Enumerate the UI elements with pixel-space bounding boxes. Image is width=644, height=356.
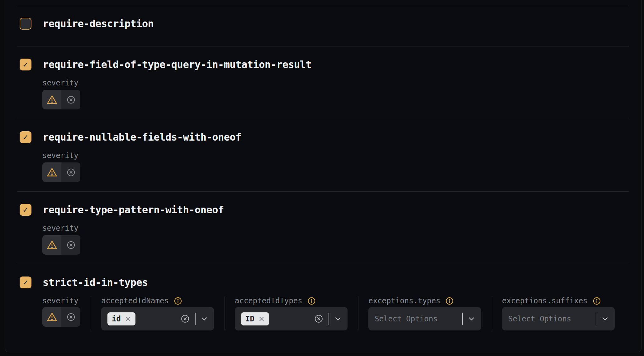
rule-require-nullable-fields-with-oneof: ✓ require-nullable-fields-with-oneof sev… bbox=[17, 119, 629, 191]
warning-icon bbox=[47, 240, 57, 250]
rule-strict-id-in-types: ✓ strict-id-in-types severity bbox=[17, 264, 629, 352]
remove-tag-icon[interactable] bbox=[125, 316, 131, 322]
severity-warn-button[interactable] bbox=[42, 90, 61, 109]
option-column-exceptions-types: exceptions.types Select Options bbox=[358, 296, 481, 330]
checkmark-icon: ✓ bbox=[23, 60, 28, 69]
rule-name: require-nullable-fields-with-oneof bbox=[43, 131, 241, 143]
clear-all-icon[interactable] bbox=[314, 314, 323, 323]
info-icon[interactable] bbox=[593, 297, 601, 305]
rule-checkbox[interactable]: ✓ bbox=[20, 277, 31, 288]
option-label: acceptedIdNames bbox=[101, 296, 169, 305]
checkmark-icon: ✓ bbox=[23, 278, 28, 286]
severity-warn-button[interactable] bbox=[42, 162, 61, 182]
option-label: acceptedIdTypes bbox=[235, 296, 302, 305]
info-icon[interactable] bbox=[445, 297, 454, 305]
rules-panel: require-description ✓ require-field-of-t… bbox=[5, 0, 642, 352]
exceptions-suffixes-select[interactable]: Select Options bbox=[502, 307, 615, 330]
severity-label: severity bbox=[42, 296, 78, 305]
select-placeholder: Select Options bbox=[375, 315, 438, 323]
info-icon[interactable] bbox=[174, 297, 182, 305]
severity-label: severity bbox=[42, 151, 629, 160]
selected-tag: id bbox=[107, 312, 135, 325]
severity-toggle bbox=[42, 90, 80, 109]
option-column-exceptions-suffixes: exceptions.suffixes Select Options bbox=[492, 296, 615, 330]
select-divider bbox=[596, 313, 596, 325]
option-column-severity: severity bbox=[42, 296, 80, 330]
chevron-down-icon[interactable] bbox=[468, 316, 475, 321]
rule-require-description: require-description bbox=[17, 5, 629, 46]
tag-value: ID bbox=[245, 315, 254, 323]
warning-icon bbox=[47, 95, 57, 104]
severity-label: severity bbox=[42, 79, 629, 87]
chevron-down-icon[interactable] bbox=[334, 316, 341, 321]
option-label: exceptions.suffixes bbox=[502, 296, 588, 305]
acceptedIdTypes-multiselect[interactable]: ID bbox=[235, 307, 348, 330]
rule-checkbox[interactable]: ✓ bbox=[20, 59, 31, 70]
warning-icon bbox=[47, 312, 57, 322]
rule-require-type-pattern-with-oneof: ✓ require-type-pattern-with-oneof severi… bbox=[17, 191, 629, 264]
severity-off-button[interactable] bbox=[61, 90, 80, 109]
severity-toggle bbox=[42, 235, 80, 255]
rule-require-field-of-type-query-in-mutation-result: ✓ require-field-of-type-query-in-mutatio… bbox=[17, 46, 629, 119]
severity-off-button[interactable] bbox=[61, 162, 80, 182]
rule-name: require-description bbox=[43, 18, 154, 30]
remove-tag-icon[interactable] bbox=[258, 316, 265, 322]
severity-warn-button[interactable] bbox=[42, 235, 61, 255]
exceptions-types-select[interactable]: Select Options bbox=[368, 307, 481, 330]
option-column-acceptedIdNames: acceptedIdNames id bbox=[91, 296, 214, 330]
info-icon[interactable] bbox=[307, 297, 316, 305]
severity-off-button[interactable] bbox=[61, 235, 80, 255]
selected-tag: ID bbox=[241, 312, 269, 325]
rule-options-row: severity bbox=[42, 296, 629, 352]
severity-warn-button[interactable] bbox=[42, 307, 61, 327]
select-divider bbox=[195, 313, 196, 325]
tag-value: id bbox=[112, 315, 121, 323]
circle-x-icon bbox=[66, 168, 76, 177]
warning-icon bbox=[47, 167, 57, 177]
select-placeholder: Select Options bbox=[508, 315, 571, 323]
acceptedIdNames-multiselect[interactable]: id bbox=[101, 307, 214, 330]
circle-x-icon bbox=[66, 312, 76, 322]
circle-x-icon bbox=[66, 95, 76, 104]
option-column-acceptedIdTypes: acceptedIdTypes ID bbox=[225, 296, 348, 330]
severity-toggle bbox=[42, 162, 80, 182]
severity-toggle bbox=[42, 307, 80, 327]
rule-name: require-type-pattern-with-oneof bbox=[43, 204, 224, 216]
clear-all-icon[interactable] bbox=[181, 314, 190, 323]
rules-config-page: require-description ✓ require-field-of-t… bbox=[0, 0, 644, 356]
rule-checkbox[interactable] bbox=[20, 18, 31, 30]
rule-name: require-field-of-type-query-in-mutation-… bbox=[43, 59, 311, 70]
checkmark-icon: ✓ bbox=[23, 133, 28, 141]
rule-name: strict-id-in-types bbox=[43, 277, 148, 288]
option-label: exceptions.types bbox=[368, 296, 440, 305]
chevron-down-icon[interactable] bbox=[602, 316, 608, 321]
select-divider bbox=[329, 313, 329, 325]
select-divider bbox=[462, 313, 463, 325]
checkmark-icon: ✓ bbox=[23, 205, 28, 214]
chevron-down-icon[interactable] bbox=[201, 316, 208, 321]
circle-x-icon bbox=[66, 240, 76, 250]
rule-checkbox[interactable]: ✓ bbox=[20, 204, 31, 216]
severity-label: severity bbox=[42, 224, 629, 233]
rule-checkbox[interactable]: ✓ bbox=[20, 131, 31, 143]
severity-off-button[interactable] bbox=[61, 307, 80, 327]
